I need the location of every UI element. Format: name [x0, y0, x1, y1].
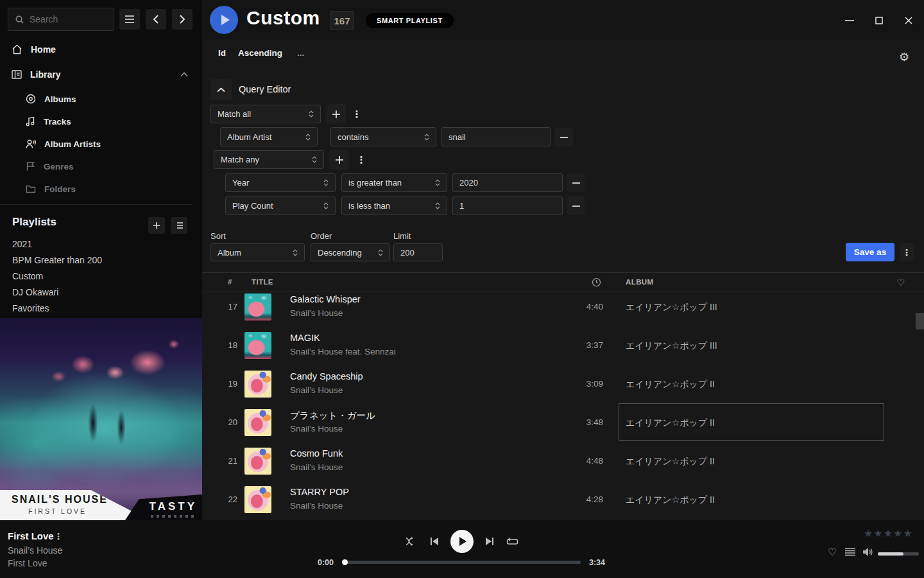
playlists-title: Playlists [12, 216, 56, 229]
sort-more-button[interactable]: ... [297, 48, 304, 58]
page-title: Custom [246, 7, 320, 29]
sort-field-button[interactable]: Id [218, 48, 226, 58]
close-button[interactable] [903, 15, 914, 26]
next-button[interactable] [484, 536, 495, 547]
save-as-button[interactable]: Save as [846, 243, 894, 261]
track-number: 20 [209, 417, 237, 427]
star-icon[interactable]: ★ [884, 527, 893, 539]
sidebar-item-library[interactable]: Library [0, 65, 202, 84]
seek-knob[interactable] [342, 559, 348, 565]
column-header-title[interactable]: TITLE [252, 278, 273, 286]
repeat-button[interactable] [505, 536, 519, 547]
rule2-operator-select[interactable]: is greater than [341, 173, 447, 192]
playlist-item[interactable]: Favorites [12, 303, 49, 316]
back-button[interactable] [146, 9, 166, 30]
table-row[interactable]: 17 Galactic Whisper Snail’s House 4:40 エ… [202, 293, 924, 326]
shuffle-button[interactable] [405, 536, 419, 547]
scrollbar-thumb[interactable] [916, 313, 924, 329]
track-number: 22 [209, 495, 237, 504]
app-window: Home Library Albums Tracks Album Artists… [0, 0, 924, 578]
rating-stars[interactable]: ★★★★★ [864, 527, 912, 539]
rule2-field-select[interactable]: Year [225, 173, 336, 192]
sidebar-item-home[interactable]: Home [0, 40, 202, 59]
search-box[interactable] [8, 8, 114, 31]
albums-icon [26, 94, 36, 104]
query-menu-button[interactable]: ⋮ [900, 243, 914, 261]
sort-direction-button[interactable]: Ascending [238, 48, 282, 58]
chevron-up-icon[interactable] [180, 72, 188, 77]
add-rule-button-group1[interactable] [326, 104, 346, 124]
sort-label: Sort [210, 231, 226, 241]
minus-icon [572, 206, 580, 207]
rule2-value-input[interactable] [452, 173, 563, 192]
order-label: Order [311, 231, 332, 241]
playlist-item[interactable]: BPM Greater than 200 [12, 255, 102, 268]
minus-icon [560, 137, 568, 138]
search-icon [15, 15, 24, 24]
duration-column-clock-icon[interactable] [592, 277, 601, 287]
query-editor-title: Query Editor [239, 84, 291, 94]
queue-button[interactable] [844, 547, 856, 557]
play-playlist-button[interactable] [210, 6, 238, 34]
now-playing-menu-button[interactable]: ⋮ [54, 531, 63, 541]
rule1-value-input[interactable] [441, 127, 551, 146]
volume-button[interactable] [862, 547, 875, 557]
sidebar-item-genres[interactable]: Genres [0, 157, 202, 175]
add-rule-button-group2[interactable] [329, 150, 349, 170]
forward-button[interactable] [172, 9, 193, 30]
query-editor-collapse-button[interactable] [210, 79, 232, 100]
sidebar-item-album-artists[interactable]: Album Artists [0, 135, 202, 153]
play-pause-button[interactable] [450, 530, 474, 553]
limit-input[interactable] [393, 243, 443, 261]
match-select-group2[interactable]: Match any [214, 150, 324, 169]
previous-button[interactable] [429, 536, 440, 547]
column-header-number[interactable]: # [228, 278, 232, 286]
search-input[interactable] [30, 14, 100, 24]
chevron-left-icon [153, 15, 159, 24]
favorite-column-heart-icon[interactable]: ♡ [896, 277, 905, 288]
minimize-button[interactable] [844, 15, 855, 26]
table-row[interactable]: 21 Cosmo Funk Snail’s House 4:48 エイリアン☆ポ… [202, 442, 924, 480]
track-title: Galactic Whisper [290, 294, 361, 304]
playlist-item[interactable]: 2021 [12, 239, 32, 252]
rule3-remove-button[interactable] [567, 197, 585, 215]
rule1-field-select[interactable]: Album Artist [220, 127, 318, 146]
sidebar-item-albums[interactable]: Albums [0, 90, 202, 108]
seek-bar[interactable] [343, 561, 581, 564]
select-spinner-icon [323, 179, 329, 188]
rule1-operator-select[interactable]: contains [330, 127, 436, 146]
rule1-remove-button[interactable] [554, 128, 573, 146]
rule3-operator-select[interactable]: is less than [341, 197, 447, 215]
settings-gear-icon[interactable]: ⚙ [899, 50, 909, 64]
volume-slider[interactable] [878, 552, 919, 556]
star-icon[interactable]: ★ [873, 527, 882, 539]
favorite-heart-button[interactable]: ♡ [828, 546, 837, 558]
rule2-remove-button[interactable] [567, 173, 585, 192]
order-select-value: Descending [318, 248, 362, 258]
rule3-value-input[interactable] [452, 197, 563, 215]
add-playlist-button[interactable] [148, 217, 165, 234]
sidebar-item-folders[interactable]: Folders [0, 180, 202, 198]
column-header-album[interactable]: ALBUM [626, 278, 654, 286]
table-row[interactable]: 18 MAGIK Snail’s House feat. Sennzai 3:3… [202, 326, 924, 365]
group1-menu-button[interactable]: ⋮ [350, 104, 363, 124]
playlist-list-button[interactable] [171, 217, 187, 234]
table-row[interactable]: 20 プラネット・ガール Snail’s House 3:48 エイリアン☆ポッ… [202, 403, 924, 442]
match-select-group1[interactable]: Match all [210, 105, 321, 123]
star-icon[interactable]: ★ [893, 527, 902, 539]
playlist-item[interactable]: Custom [12, 271, 43, 284]
order-select[interactable]: Descending [311, 243, 390, 261]
table-row[interactable]: 19 Candy Spaceship Snail’s House 3:09 エイ… [202, 365, 924, 403]
sidebar-item-tracks[interactable]: Tracks [0, 112, 202, 130]
rule3-field-select[interactable]: Play Count [225, 197, 336, 215]
playlist-item[interactable]: DJ Okawari [12, 287, 58, 300]
maximize-button[interactable] [873, 15, 885, 26]
table-row[interactable]: 22 STARRY POP Snail’s House 4:28 エイリアン☆ポ… [202, 480, 924, 519]
menu-button[interactable] [119, 9, 140, 30]
group2-menu-button[interactable]: ⋮ [355, 150, 368, 170]
star-icon[interactable]: ★ [864, 527, 873, 539]
track-duration: 3:37 [561, 340, 603, 350]
list-icon [175, 222, 184, 229]
star-icon[interactable]: ★ [903, 527, 912, 539]
sort-select[interactable]: Album [210, 243, 305, 261]
